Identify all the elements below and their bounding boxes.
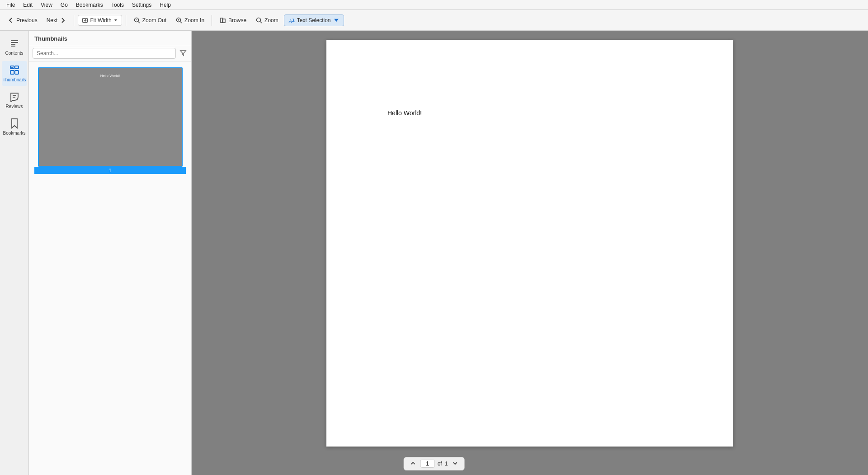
separator-3 bbox=[212, 15, 212, 26]
page-number-input[interactable] bbox=[420, 460, 435, 468]
svg-line-11 bbox=[260, 21, 262, 23]
contents-icon bbox=[9, 38, 20, 49]
browse-button[interactable]: Browse bbox=[216, 15, 250, 26]
thumbnail-search-area bbox=[29, 45, 191, 62]
of-label: of bbox=[438, 461, 442, 467]
browse-label: Browse bbox=[228, 17, 246, 24]
text-selection-dropdown-icon bbox=[333, 17, 340, 24]
zoom-in-icon bbox=[175, 17, 183, 24]
svg-line-5 bbox=[138, 21, 140, 23]
svg-marker-2 bbox=[114, 19, 117, 21]
fit-width-label: Fit Width bbox=[90, 17, 111, 24]
svg-marker-28 bbox=[180, 51, 186, 56]
main-area: Contents Thumbnails Reviews bbox=[0, 31, 868, 475]
zoom-icon bbox=[255, 17, 263, 24]
bookmarks-label: Bookmarks bbox=[3, 131, 26, 136]
next-label: Next bbox=[47, 17, 58, 24]
zoom-in-button[interactable]: Zoom In bbox=[172, 15, 208, 26]
page-navigation: of 1 bbox=[404, 457, 465, 470]
toolbar: Previous Next Fit Width Zoom Out bbox=[0, 10, 868, 31]
next-button[interactable]: Next bbox=[43, 15, 71, 26]
dropdown-arrow-icon bbox=[113, 18, 118, 23]
menu-bookmarks[interactable]: Bookmarks bbox=[72, 1, 107, 9]
text-selection-label: Text Selection bbox=[297, 17, 331, 24]
reviews-label: Reviews bbox=[6, 104, 23, 109]
chevron-right-icon bbox=[59, 17, 66, 24]
pdf-viewer[interactable]: Hello World! bbox=[192, 31, 868, 475]
fit-width-icon bbox=[82, 17, 88, 24]
menu-help[interactable]: Help bbox=[156, 1, 175, 9]
filter-button[interactable] bbox=[179, 48, 188, 59]
thumbnail-image: Hello World! bbox=[38, 67, 183, 167]
bookmarks-icon bbox=[9, 118, 20, 129]
sidebar-contents-button[interactable]: Contents bbox=[2, 34, 27, 59]
chevron-left-icon bbox=[7, 17, 14, 24]
previous-button[interactable]: Previous bbox=[4, 15, 41, 26]
pdf-page: Hello World! bbox=[326, 40, 733, 447]
reviews-icon bbox=[9, 91, 20, 102]
total-pages: 1 bbox=[445, 461, 448, 467]
contents-label: Contents bbox=[5, 51, 23, 56]
menu-file[interactable]: File bbox=[3, 1, 19, 9]
zoom-label: Zoom bbox=[264, 17, 278, 24]
zoom-button[interactable]: Zoom bbox=[252, 15, 282, 26]
svg-marker-15 bbox=[334, 19, 339, 21]
chevron-down-icon bbox=[452, 461, 458, 466]
pdf-page-content: Hello World! bbox=[387, 109, 422, 117]
menu-go[interactable]: Go bbox=[57, 1, 71, 9]
text-selection-icon: A bbox=[288, 17, 295, 24]
thumbnail-search-input[interactable] bbox=[33, 48, 176, 59]
menu-view[interactable]: View bbox=[37, 1, 56, 9]
page-up-button[interactable] bbox=[409, 459, 418, 468]
svg-text:A: A bbox=[288, 18, 292, 24]
browse-icon bbox=[219, 17, 226, 24]
thumbnail-panel: Thumbnails Hello World! 1 bbox=[29, 31, 192, 475]
zoom-out-icon bbox=[133, 17, 141, 24]
svg-rect-22 bbox=[10, 71, 14, 74]
page-down-button[interactable] bbox=[450, 459, 459, 468]
thumbnail-item[interactable]: Hello World! 1 bbox=[33, 66, 188, 176]
sidebar-thumbnails-button[interactable]: Thumbnails bbox=[2, 61, 27, 86]
fit-width-button[interactable]: Fit Width bbox=[78, 15, 122, 26]
thumb-page-text: Hello World! bbox=[100, 74, 120, 78]
previous-label: Previous bbox=[16, 17, 38, 24]
sidebar-reviews-button[interactable]: Reviews bbox=[2, 88, 27, 113]
svg-rect-23 bbox=[15, 71, 19, 74]
menu-bar: File Edit View Go Bookmarks Tools Settin… bbox=[0, 0, 868, 10]
svg-line-9 bbox=[180, 21, 182, 23]
sidebar-bookmarks-button[interactable]: Bookmarks bbox=[2, 114, 27, 139]
zoom-out-button[interactable]: Zoom Out bbox=[130, 15, 170, 26]
sidebar-icons: Contents Thumbnails Reviews bbox=[0, 31, 29, 475]
menu-tools[interactable]: Tools bbox=[108, 1, 127, 9]
chevron-up-icon bbox=[410, 461, 416, 466]
thumbnail-page-label: 1 bbox=[34, 167, 186, 174]
thumbnail-panel-title: Thumbnails bbox=[29, 31, 191, 45]
separator-1 bbox=[74, 15, 74, 26]
separator-2 bbox=[126, 15, 126, 26]
text-selection-button[interactable]: A Text Selection bbox=[284, 14, 344, 26]
filter-icon bbox=[179, 49, 187, 56]
svg-line-13 bbox=[293, 19, 294, 22]
menu-edit[interactable]: Edit bbox=[19, 1, 36, 9]
svg-rect-21 bbox=[15, 66, 19, 69]
thumbnails-icon bbox=[9, 65, 20, 75]
menu-settings[interactable]: Settings bbox=[128, 1, 155, 9]
thumbnail-list: Hello World! 1 bbox=[29, 62, 191, 475]
zoom-out-label: Zoom Out bbox=[142, 17, 166, 24]
zoom-in-label: Zoom In bbox=[184, 17, 204, 24]
svg-point-10 bbox=[257, 18, 261, 22]
thumbnails-label: Thumbnails bbox=[3, 77, 26, 82]
